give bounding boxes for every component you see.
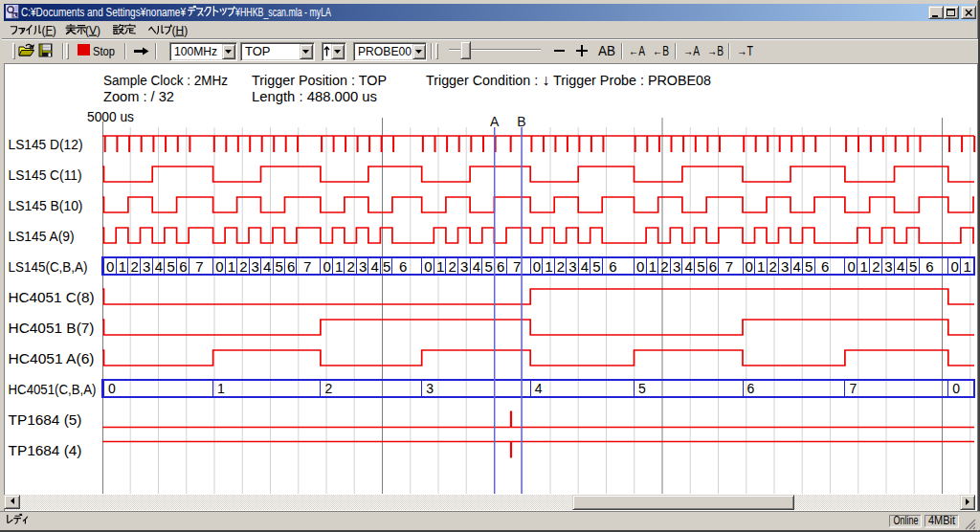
svg-text:4MBit: 4MBit — [928, 514, 956, 527]
svg-text:Online: Online — [894, 514, 919, 527]
